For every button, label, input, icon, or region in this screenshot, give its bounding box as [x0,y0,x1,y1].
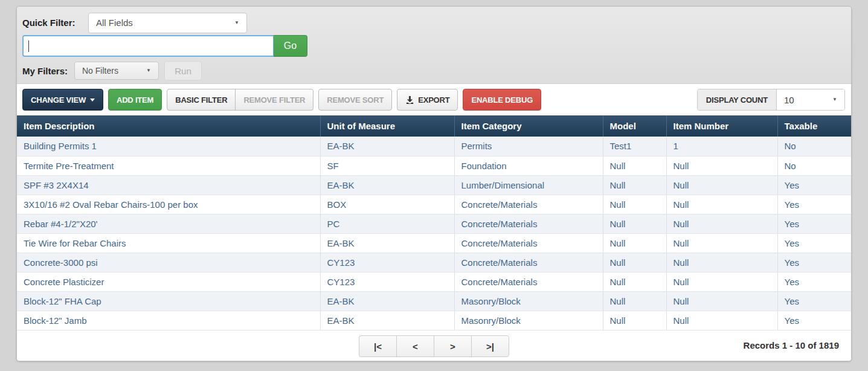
cell-item-description: Block-12" FHA Cap [17,291,320,311]
cell-taxable: Yes [777,195,852,214]
last-page-button[interactable]: >| [471,335,509,357]
cell-item-category: Lumber/Dimensional [454,175,603,195]
column-header-unit-of-measure[interactable]: Unit of Measure [320,115,454,137]
table-body: Building Permits 1 EA-BK Permits Test1 1… [17,137,852,330]
chevron-down-icon [90,98,95,102]
cell-item-category: Concrete/Materials [454,195,603,214]
column-header-item-description[interactable]: Item Description [17,115,320,137]
table-row[interactable]: SPF #3 2X4X14 EA-BK Lumber/Dimensional N… [17,175,852,195]
cell-item-description: Rebar #4-1/2"X20' [17,214,320,233]
table-row[interactable]: 3X10/16 #2 Oval Rebar Chairs-100 per box… [17,195,852,214]
my-filters-select[interactable]: No Filters ▼ [74,62,159,80]
cell-item-number: Null [666,233,777,253]
cell-model: Null [603,175,666,195]
cell-taxable: Yes [777,291,852,311]
export-button[interactable]: EXPORT [397,89,458,111]
column-header-item-category[interactable]: Item Category [454,115,603,137]
cell-taxable: Yes [777,253,852,272]
content-panel: Quick Filter: All Fields ▼ Go My Filters… [16,6,852,361]
cell-unit-of-measure: EA-BK [320,137,454,156]
table-row[interactable]: Concrete Plasticizer CY123 Concrete/Mate… [17,272,852,291]
table-row[interactable]: Block-12" Jamb EA-BK Masonry/Block Null … [17,311,852,330]
table-footer: |< < > >| Records 1 - 10 of 1819 [17,331,851,362]
cell-item-description: Termite Pre-Treatment [17,156,320,175]
cell-item-number: Null [666,175,777,195]
remove-filter-button[interactable]: REMOVE FILTER [235,89,313,111]
cell-item-description: Concrete Plasticizer [17,272,320,291]
cell-unit-of-measure: BOX [320,195,454,214]
cell-model: Null [603,195,666,214]
export-label: EXPORT [418,95,449,105]
column-header-item-number[interactable]: Item Number [666,115,777,137]
cell-unit-of-measure: PC [320,214,454,233]
cell-item-category: Concrete/Materials [454,272,603,291]
cell-unit-of-measure: EA-BK [320,233,454,253]
quick-filter-label: Quick Filter: [22,18,88,28]
table-row[interactable]: Termite Pre-Treatment SF Foundation Null… [17,156,852,175]
cell-item-number: Null [666,195,777,214]
cell-model: Null [603,291,666,311]
cell-unit-of-measure: CY123 [320,272,454,291]
table-row[interactable]: Tie Wire for Rebar Chairs EA-BK Concrete… [17,233,852,253]
chevron-down-icon: ▼ [234,21,239,25]
cell-item-description: Concrete-3000 psi [17,253,320,272]
cell-item-description: Building Permits 1 [17,137,320,156]
cell-unit-of-measure: CY123 [320,253,454,272]
cell-item-category: Concrete/Materials [454,233,603,253]
display-count-label: DISPLAY COUNT [698,89,777,110]
table-header-row: Item Description Unit of Measure Item Ca… [17,115,852,137]
cell-taxable: Yes [777,214,852,233]
cell-item-number: Null [666,214,777,233]
cell-taxable: Yes [777,175,852,195]
cell-item-description: 3X10/16 #2 Oval Rebar Chairs-100 per box [17,195,320,214]
cell-item-category: Foundation [454,156,603,175]
cell-model: Null [603,253,666,272]
cell-item-number: 1 [666,137,777,156]
cell-unit-of-measure: EA-BK [320,175,454,195]
cell-model: Null [603,156,666,175]
cell-unit-of-measure: SF [320,156,454,175]
next-page-button[interactable]: > [434,335,472,357]
cell-unit-of-measure: EA-BK [320,291,454,311]
column-header-taxable[interactable]: Taxable [777,115,852,137]
download-icon [405,95,414,105]
add-item-button[interactable]: ADD ITEM [108,89,162,111]
cell-item-number: Null [666,291,777,311]
cell-item-number: Null [666,272,777,291]
first-page-button[interactable]: |< [359,335,397,357]
cell-taxable: Yes [777,233,852,253]
table-row[interactable]: Concrete-3000 psi CY123 Concrete/Materia… [17,253,852,272]
search-input[interactable] [22,35,274,57]
cell-item-number: Null [666,253,777,272]
pagination: |< < > >| [359,335,509,357]
cell-item-category: Masonry/Block [454,311,603,330]
prev-page-button[interactable]: < [396,335,434,357]
text-cursor [28,40,29,52]
cell-model: Null [603,214,666,233]
cell-model: Null [603,272,666,291]
cell-item-number: Null [666,311,777,330]
cell-item-category: Concrete/Materials [454,253,603,272]
chevron-down-icon: ▼ [832,97,837,102]
cell-item-category: Masonry/Block [454,291,603,311]
quick-filter-select[interactable]: All Fields ▼ [88,13,247,33]
quick-filter-selected-value: All Fields [96,18,133,28]
column-header-model[interactable]: Model [603,115,666,137]
run-button[interactable]: Run [164,61,202,80]
table-row[interactable]: Block-12" FHA Cap EA-BK Masonry/Block Nu… [17,291,852,311]
change-view-button[interactable]: CHANGE VIEW [22,89,103,111]
table-row[interactable]: Building Permits 1 EA-BK Permits Test1 1… [17,137,852,156]
remove-sort-button[interactable]: REMOVE SORT [318,89,392,111]
cell-taxable: Yes [777,272,852,291]
enable-debug-button[interactable]: ENABLE DEBUG [463,89,541,111]
cell-item-description: Block-12" Jamb [17,311,320,330]
display-count-select[interactable]: 10 ▼ [777,89,844,110]
items-table: Item Description Unit of Measure Item Ca… [17,115,852,331]
my-filters-selected-value: No Filters [82,66,118,76]
table-row[interactable]: Rebar #4-1/2"X20' PC Concrete/Materials … [17,214,852,233]
basic-filter-button[interactable]: BASIC FILTER [167,89,236,111]
cell-unit-of-measure: EA-BK [320,311,454,330]
go-button[interactable]: Go [274,35,307,57]
display-count-group: DISPLAY COUNT 10 ▼ [697,89,845,111]
filter-section: Quick Filter: All Fields ▼ Go My Filters… [17,7,851,84]
